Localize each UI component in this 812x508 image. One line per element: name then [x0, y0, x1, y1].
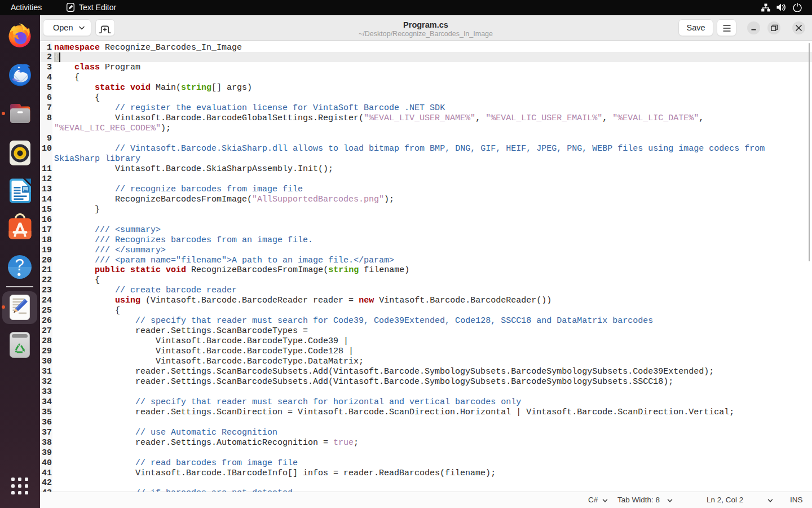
svg-text:?: ? [15, 256, 24, 274]
